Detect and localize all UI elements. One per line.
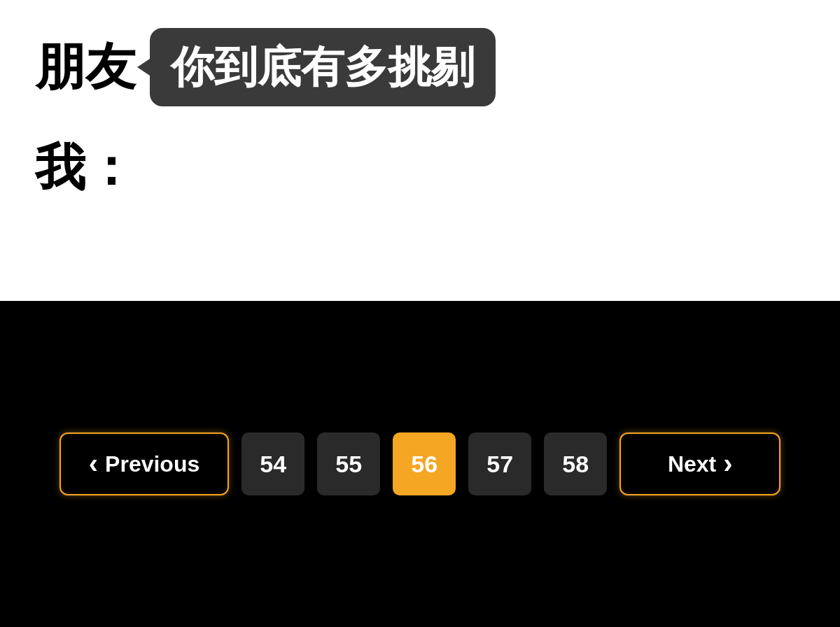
chevron-right-icon bbox=[723, 449, 732, 479]
page-58[interactable]: 58 bbox=[544, 432, 607, 495]
me-label: 我： bbox=[35, 134, 136, 202]
friend-chat-line: 朋友 你到底有多挑剔 bbox=[35, 28, 805, 106]
page-56-active[interactable]: 56 bbox=[393, 432, 456, 495]
speech-bubble: 你到底有多挑剔 bbox=[150, 28, 496, 106]
friend-label: 朋友 bbox=[35, 34, 136, 101]
page-55[interactable]: 55 bbox=[317, 432, 380, 495]
next-label: Next bbox=[668, 451, 716, 477]
previous-button[interactable]: Previous bbox=[59, 432, 230, 495]
top-section: 朋友 你到底有多挑剔 我： bbox=[0, 0, 840, 301]
page-54[interactable]: 54 bbox=[241, 432, 304, 495]
previous-label: Previous bbox=[105, 451, 200, 477]
pagination: Previous 54 55 56 57 58 Next bbox=[59, 432, 781, 495]
chevron-left-icon bbox=[89, 449, 98, 479]
me-chat-line: 我： bbox=[35, 134, 805, 202]
bottom-section: Previous 54 55 56 57 58 Next bbox=[0, 301, 840, 627]
page-57[interactable]: 57 bbox=[468, 432, 531, 495]
next-button[interactable]: Next bbox=[620, 432, 780, 495]
